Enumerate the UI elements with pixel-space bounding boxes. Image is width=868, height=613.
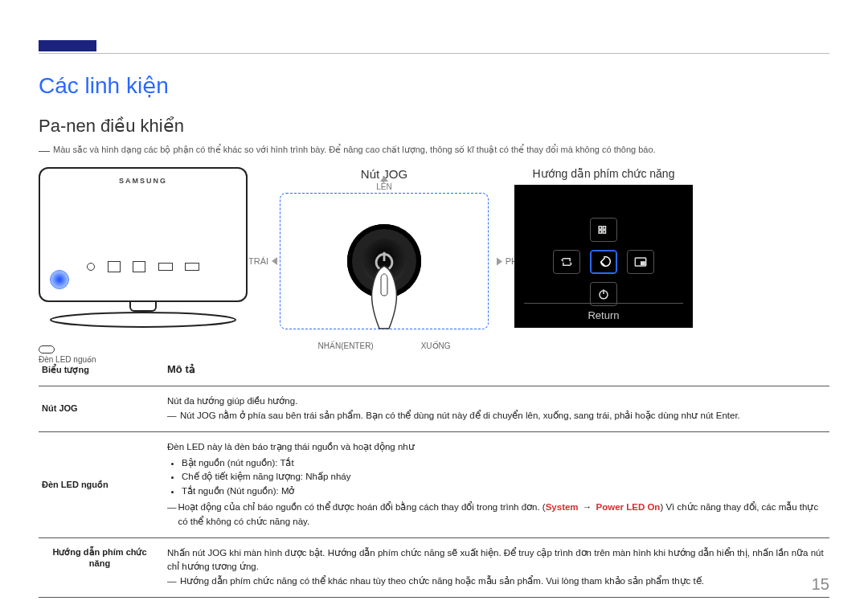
top-divider <box>39 53 829 54</box>
svg-rect-8 <box>641 261 645 265</box>
osd-divider <box>524 303 683 304</box>
svg-point-0 <box>51 313 235 327</box>
row-line1: Nhấn nút JOG khi màn hình được bật. Hướn… <box>167 546 826 575</box>
power-icon <box>371 247 398 275</box>
list-item: Chế độ tiết kiệm năng lượng: Nhấp nháy <box>182 470 826 484</box>
list-item: Tắt nguồn (Nút nguồn): Mở <box>182 484 826 499</box>
function-key-guide: Hướng dẫn phím chức năng <box>514 167 693 328</box>
jog-up-label: LÊN <box>264 182 505 191</box>
up-arrow-icon <box>380 176 388 182</box>
list-item: Bật nguồn (nút nguồn): Tắt <box>182 456 826 471</box>
osd-return-label: Return <box>514 309 693 321</box>
power-icon <box>596 286 612 302</box>
menu-grid-icon <box>596 222 612 238</box>
description-table: Biểu tượng Mô tả Nút JOG Nút đa hướng gi… <box>39 353 829 598</box>
table-row: Hướng dẫn phím chức năng Nhấn nút JOG kh… <box>39 537 829 598</box>
monitor-logo: SAMSUNG <box>119 177 167 185</box>
row-label: Nút JOG <box>39 393 164 425</box>
osd-title: Hướng dẫn phím chức năng <box>514 167 693 180</box>
source-loop-icon <box>559 254 575 270</box>
monitor-stand-icon <box>39 312 248 334</box>
table-row: Nút JOG Nút đa hướng giúp điều hướng. ― … <box>39 386 829 431</box>
jog-illustration: Nút JOG LÊN TRÁI PHẢI NHẤ <box>264 167 505 329</box>
pip-icon <box>633 254 649 270</box>
power-led-on-label: Power LED On <box>596 502 661 512</box>
power-led-icon <box>39 345 55 353</box>
osd-menu-button[interactable] <box>590 218 617 242</box>
chapter-title: Các linh kiện <box>39 72 169 99</box>
osd-pip-button[interactable] <box>627 250 654 274</box>
row-note: ― Nút JOG nằm ở phía sau bên trái sản ph… <box>167 409 826 423</box>
monitor-illustration: SAMSUNG Đèn LED nguồn <box>39 167 264 364</box>
svg-rect-3 <box>599 227 601 229</box>
row-line1: Nút đa hướng giúp điều hướng. <box>167 394 826 409</box>
left-arrow-label: TRÁI <box>248 256 277 266</box>
jog-dial-icon <box>347 224 421 298</box>
table-header-col2: Mô tả <box>164 360 829 379</box>
row-label: Đèn LED nguồn <box>39 439 164 531</box>
page-number: 15 <box>812 575 829 594</box>
jog-down-label: XUỐNG <box>421 341 451 350</box>
top-note-text: Màu sắc và hình dạng các bộ phận có thể … <box>53 145 829 156</box>
row-note: ― Hướng dẫn phím chức năng có thể khác n… <box>167 574 826 589</box>
back-icon <box>596 254 612 270</box>
jog-enter-label: NHẤN(ENTER) <box>317 341 373 350</box>
top-note: ― Màu sắc và hình dạng các bộ phận có th… <box>39 145 829 156</box>
table-header-col1: Biểu tượng <box>39 360 164 379</box>
row-bullets: Bật nguồn (nút nguồn): Tắt Chế độ tiết k… <box>182 456 826 499</box>
osd-source-button[interactable] <box>553 250 580 274</box>
osd-back-button[interactable] <box>590 250 617 274</box>
table-row: Đèn LED nguồn Đèn LED này là đèn báo trạ… <box>39 431 829 537</box>
row-note: ― Hoạt động của chỉ báo nguồn có thể đượ… <box>167 501 826 529</box>
svg-rect-6 <box>603 231 605 233</box>
svg-rect-5 <box>599 231 601 233</box>
header-accent-bar <box>39 40 96 51</box>
svg-rect-4 <box>603 227 605 229</box>
section-title: Pa-nen điều khiển <box>39 116 184 137</box>
monitor-ports <box>87 257 199 276</box>
row-label: Hướng dẫn phím chức năng <box>39 545 164 591</box>
table-header: Biểu tượng Mô tả <box>39 353 829 386</box>
row-line1: Đèn LED này là đèn báo trạng thái nguồn … <box>167 440 826 455</box>
system-label: System <box>546 502 579 512</box>
arrow-right-icon: → <box>581 501 594 515</box>
jog-location-icon <box>50 270 69 289</box>
